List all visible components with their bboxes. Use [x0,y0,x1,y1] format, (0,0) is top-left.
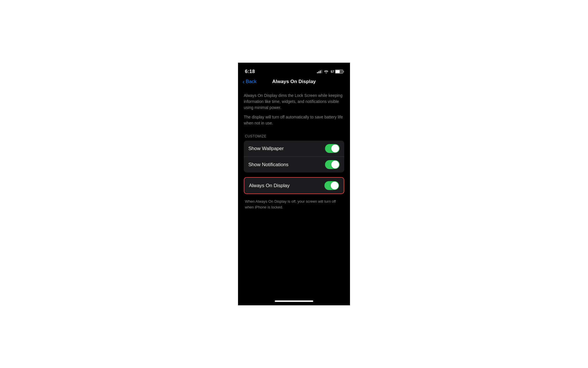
always-on-display-group: Always On Display [244,177,344,194]
nav-bar: ‹ Back Always On Display [238,76,350,88]
show-wallpaper-label: Show Wallpaper [248,146,284,152]
description-text-2: The display will turn off automatically … [244,114,344,126]
home-indicator [238,298,350,305]
content-area: Always On Display dims the Lock Screen w… [238,88,350,298]
battery-icon [335,70,343,74]
home-bar [275,300,313,302]
show-wallpaper-row: Show Wallpaper [244,141,344,157]
back-button[interactable]: ‹ Back [243,79,256,85]
wifi-icon [324,70,328,73]
battery-percent: 57 [331,70,334,73]
status-bar: 6:18 57 [238,63,350,76]
always-on-display-row: Always On Display [244,178,344,193]
show-notifications-label: Show Notifications [248,162,289,168]
always-on-display-toggle[interactable] [324,181,339,190]
toggle-thumb [331,182,339,189]
customize-settings-group: Show Wallpaper Show Notifications [244,141,344,172]
toggle-thumb [331,145,339,152]
signal-bars-icon [317,70,322,73]
show-notifications-toggle[interactable] [325,160,340,169]
battery-indicator: 57 [330,70,343,74]
toggle-thumb [331,161,339,168]
status-time: 6:18 [245,69,255,74]
always-on-display-label: Always On Display [249,183,290,189]
phone-frame: 6:18 57 [238,63,350,305]
show-notifications-row: Show Notifications [244,157,344,172]
always-on-footer-text: When Always On Display is off, your scre… [244,196,344,210]
description-text-1: Always On Display dims the Lock Screen w… [244,93,344,111]
show-wallpaper-toggle[interactable] [325,144,340,153]
back-chevron-icon: ‹ [243,79,245,85]
status-icons: 57 [317,70,343,74]
description-block: Always On Display dims the Lock Screen w… [244,88,344,132]
back-label: Back [246,79,257,85]
page-title: Always On Display [272,79,316,85]
customize-section-label: CUSTOMIZE [244,134,344,138]
